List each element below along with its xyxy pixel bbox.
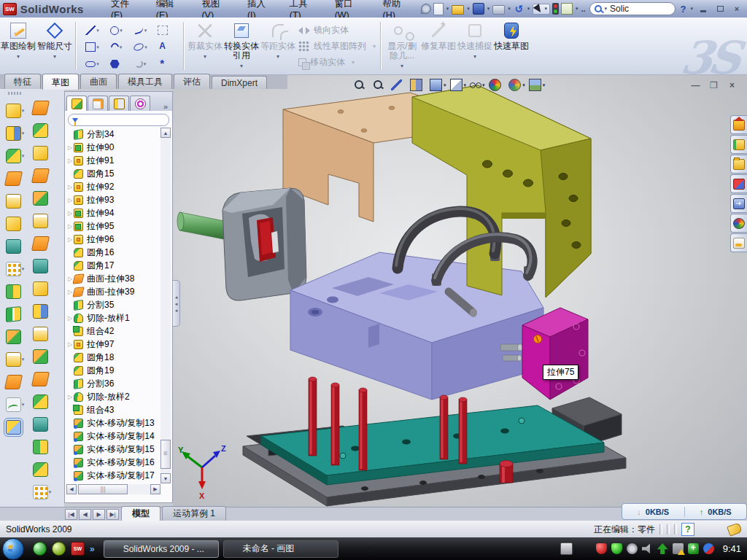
command-tab[interactable]: 曲面: [80, 74, 117, 89]
part-cavity-plate[interactable]: [290, 252, 543, 400]
scroll-thumb[interactable]: [160, 440, 171, 469]
swept-surface-icon[interactable]: ▾: [33, 141, 52, 164]
taskbar-window-button[interactable]: SolidWorks 2009 - ...: [104, 540, 219, 558]
instant3d-icon[interactable]: ▾: [6, 416, 25, 438]
lofted-surface-icon[interactable]: ▾: [33, 164, 52, 187]
tab-feature-manager[interactable]: [66, 96, 87, 111]
tree-item[interactable]: ▷ 切除-放样1: [66, 311, 160, 324]
dropdown-caret-icon[interactable]: ▾: [22, 108, 25, 114]
hide-show-items-icon[interactable]: ▾: [470, 79, 485, 90]
dropdown-caret-icon[interactable]: ▾: [144, 28, 147, 34]
file-explorer-icon[interactable]: [730, 155, 747, 174]
scroll-thumb[interactable]: |||: [78, 484, 128, 494]
scroll-right-button[interactable]: ▶: [150, 484, 160, 494]
polygon-icon[interactable]: ▾: [104, 55, 128, 72]
volume-icon[interactable]: [642, 543, 653, 554]
health-shield-icon[interactable]: [688, 543, 699, 554]
tree-item[interactable]: ▷ 实体-移动/复制16: [66, 456, 160, 469]
dropdown-caret-icon[interactable]: ▾: [17, 52, 20, 61]
tree-item[interactable]: ▷ 分割34: [66, 128, 160, 141]
sketch-button[interactable]: 草图绘制 ▾: [1, 20, 36, 71]
tree-item[interactable]: ▷ 实体-移动/复制17: [66, 469, 160, 482]
expand-arrow-icon[interactable]: ▷: [66, 223, 74, 230]
solidworks-search-icon[interactable]: [730, 174, 747, 193]
knit-surface-icon[interactable]: ▾: [33, 390, 52, 413]
tab-property-manager[interactable]: [88, 96, 108, 111]
tree-item[interactable]: ▷ 分割35: [66, 298, 160, 311]
point-icon[interactable]: ▾: [152, 55, 177, 72]
draft-icon[interactable]: ▾: [6, 235, 25, 257]
dropdown-caret-icon[interactable]: ▾: [144, 44, 147, 50]
dropdown-caret-icon[interactable]: ▾: [464, 82, 467, 88]
keyboard-layout-icon[interactable]: [560, 542, 573, 555]
curves-icon[interactable]: ▾: [6, 393, 25, 416]
tree-item[interactable]: ▷ 圆角19: [66, 364, 160, 377]
quick-tips-help-button[interactable]: ?: [681, 523, 694, 536]
select-tool-button[interactable]: ▾: [533, 4, 550, 15]
dropdown-caret-icon[interactable]: ▾: [96, 61, 99, 67]
command-tab[interactable]: DimXpert: [212, 76, 267, 89]
dropdown-caret-icon[interactable]: ▾: [543, 82, 546, 88]
tree-item[interactable]: ▷ 曲面-拉伸39: [66, 285, 160, 298]
expand-arrow-icon[interactable]: ▷: [66, 341, 74, 348]
ruled-surface-icon[interactable]: ▾: [33, 277, 52, 300]
convert-entities-button[interactable]: 转换实体引用 ▾: [224, 20, 259, 71]
print-icon[interactable]: [492, 5, 505, 15]
chamfer-icon[interactable]: ▾: [6, 167, 25, 190]
boundary-surface-icon[interactable]: ▾: [33, 187, 52, 209]
minimize-button[interactable]: [696, 4, 711, 15]
tab-nav-button[interactable]: |◀: [65, 509, 77, 520]
view-orientation-icon[interactable]: ▾: [430, 79, 446, 91]
dropdown-caret-icon[interactable]: ▾: [120, 44, 123, 50]
zoom-to-area-icon[interactable]: ▾: [373, 79, 388, 90]
options-list-icon[interactable]: [561, 3, 573, 15]
rapid-sketch-button[interactable]: 快速草图 ▾: [494, 20, 529, 71]
messenger-icon[interactable]: [33, 542, 47, 556]
view-palette-icon[interactable]: [730, 194, 747, 213]
display-delete-relations-button[interactable]: 显示/删除几... ▾: [384, 20, 419, 71]
reference-geometry-icon[interactable]: ▾: [33, 481, 52, 503]
thicken-icon[interactable]: ▾: [33, 413, 52, 435]
tab-nav-button[interactable]: ▶|: [107, 509, 119, 520]
move-entities-button[interactable]: 移动实体 ▾: [298, 54, 376, 70]
edit-appearance-icon[interactable]: ▾: [489, 79, 506, 91]
tree-item[interactable]: ▷ 拉伸92: [66, 180, 160, 193]
display-style-icon[interactable]: ▾: [450, 79, 467, 91]
expand-arrow-icon[interactable]: ▷: [66, 210, 74, 217]
tree-item[interactable]: ▷ 实体-移动/复制13: [66, 416, 160, 429]
start-button[interactable]: [2, 538, 24, 560]
circle-icon[interactable]: ▾: [104, 22, 128, 39]
delete-face-icon[interactable]: ▾: [33, 300, 52, 322]
document-tab[interactable]: 模型: [121, 506, 160, 521]
dropdown-caret-icon[interactable]: ▾: [373, 43, 376, 50]
split-icon[interactable]: ▾: [6, 303, 25, 325]
view-settings-icon[interactable]: ▾: [529, 79, 546, 91]
spline-icon[interactable]: ▾: [128, 22, 152, 39]
help-button[interactable]: ?: [679, 4, 688, 15]
delete-body-icon[interactable]: ▾: [6, 370, 25, 393]
trim-entities-button[interactable]: 剪裁实体 ▾: [187, 20, 222, 71]
tree-item[interactable]: ▷ 圆角16: [66, 246, 160, 259]
document-tab[interactable]: 运动算例 1: [162, 506, 226, 521]
sketch-text-icon[interactable]: ▾: [152, 39, 177, 55]
close-button[interactable]: ×: [729, 4, 744, 15]
zoom-to-fit-icon[interactable]: ▾: [354, 79, 369, 90]
dropdown-caret-icon[interactable]: ▾: [22, 402, 25, 408]
open-icon[interactable]: [452, 5, 464, 15]
tree-item[interactable]: ▷ 拉伸93: [66, 193, 160, 206]
tree-item[interactable]: ▷ 分割36: [66, 377, 160, 390]
combine-icon[interactable]: ▾: [6, 280, 25, 303]
save-icon[interactable]: [473, 3, 484, 15]
move-copy-body-icon[interactable]: ▾: [6, 325, 25, 348]
tree-item[interactable]: ▷ 拉伸91: [66, 154, 160, 167]
custom-properties-icon[interactable]: [730, 233, 747, 252]
scroll-left-button[interactable]: ◀: [66, 484, 77, 494]
dropdown-caret-icon[interactable]: ▾: [276, 52, 279, 61]
tree-item[interactable]: ▷ 拉伸97: [66, 338, 160, 351]
toolbar-overflow[interactable]: ..: [581, 4, 585, 13]
extruded-boss-icon[interactable]: ▾: [6, 99, 25, 122]
dropdown-caret-icon[interactable]: ▾: [22, 131, 25, 136]
tree-item[interactable]: ▷ 实体-移动/复制18: [66, 482, 160, 483]
insert-part-icon[interactable]: ▾: [6, 348, 25, 370]
previous-view-icon[interactable]: ▾: [391, 79, 406, 90]
